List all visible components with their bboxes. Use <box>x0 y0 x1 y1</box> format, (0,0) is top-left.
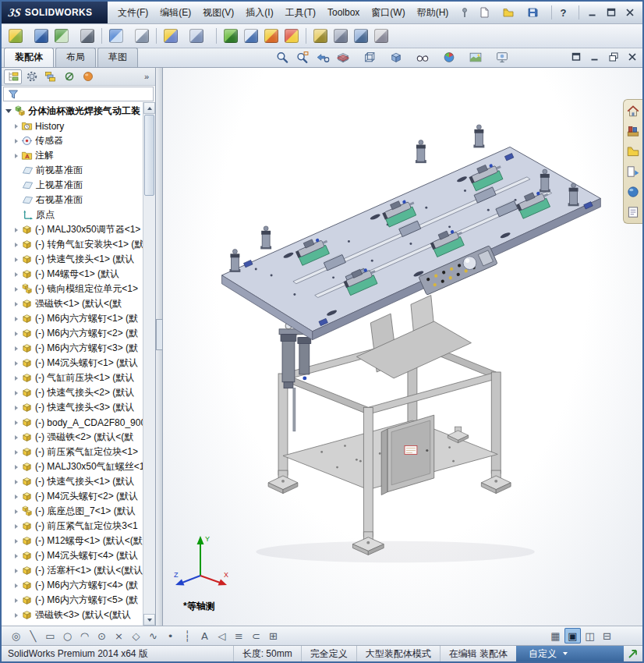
expand-icon[interactable] <box>15 361 18 366</box>
offset-entities-tool-button[interactable]: ≡ <box>231 628 247 644</box>
design-library-button[interactable] <box>625 123 641 139</box>
scroll-thumb[interactable] <box>144 115 154 196</box>
propertymanager-tab[interactable] <box>23 69 41 84</box>
text-tool-button[interactable]: A <box>196 628 213 644</box>
tree-item-3[interactable]: 前视基准面 <box>3 163 143 178</box>
tree-item-12[interactable]: 强磁铁<1> (默认<(默 <box>3 296 143 311</box>
panel-tab-overflow[interactable]: » <box>140 72 153 81</box>
tree-root[interactable]: 分体油杯激光焊接气动工装 <box>3 104 143 119</box>
expand-icon[interactable] <box>15 243 18 247</box>
close-button[interactable] <box>621 5 639 20</box>
document-close-button[interactable] <box>625 51 639 63</box>
menu-item-1[interactable]: 编辑(E) <box>154 3 196 23</box>
view-orientation-button[interactable] <box>362 50 384 65</box>
configurationmanager-tab[interactable] <box>41 69 59 84</box>
mass-properties-button[interactable] <box>331 26 350 46</box>
menu-item-5[interactable]: Toolbox <box>322 4 365 21</box>
expand-icon[interactable] <box>15 406 18 410</box>
menu-item-3[interactable]: 插入(I) <box>240 3 278 23</box>
tree-item-20[interactable]: (-) body_A_CDA2F80_900_ <box>3 415 143 430</box>
menu-item-6[interactable]: 窗口(W) <box>366 3 410 23</box>
exploded-view-button[interactable] <box>262 26 281 46</box>
tree-filter[interactable] <box>3 87 154 101</box>
expand-icon[interactable] <box>15 332 18 336</box>
tree-item-18[interactable]: (-) 快速气接头<2> (默认 <box>3 385 143 400</box>
tree-item-4[interactable]: 上视基准面 <box>3 178 143 193</box>
polygon-tool-button[interactable]: ◇ <box>128 628 144 644</box>
tree-item-28[interactable]: (-) M12螺母<1> (默认<(默 <box>3 534 143 548</box>
expand-icon[interactable] <box>15 420 18 425</box>
view-settings-button[interactable] <box>494 50 517 65</box>
trim-entities-tool-button[interactable]: × <box>111 628 127 644</box>
tree-item-0[interactable]: History <box>3 119 143 133</box>
linear-component-pattern-button[interactable] <box>52 26 76 46</box>
expand-icon[interactable] <box>5 109 12 113</box>
tree-item-11[interactable]: (-) 镜向模组定位单元<1> <box>3 282 143 296</box>
status-custom-tab[interactable]: 自定义 <box>516 646 624 661</box>
hide-show-items-button[interactable] <box>415 50 437 65</box>
reference-geometry-button[interactable] <box>187 26 211 46</box>
zoom-to-area-button[interactable] <box>295 50 311 65</box>
tree-item-5[interactable]: 右视基准面 <box>3 193 143 207</box>
section-properties-button[interactable] <box>352 26 370 46</box>
zoom-to-fit-button[interactable] <box>274 50 291 65</box>
expand-icon[interactable] <box>15 154 18 158</box>
featuremanager-tab[interactable] <box>4 69 22 84</box>
ellipse-tool-button[interactable]: ⊙ <box>94 628 110 644</box>
tree-item-14[interactable]: (-) M6内六方螺钉<2> (默 <box>3 326 143 341</box>
expand-icon[interactable] <box>15 509 18 514</box>
tree-item-32[interactable]: (-) M6内六方螺钉<5> (默 <box>3 593 143 608</box>
panel-splitter[interactable] <box>156 68 163 626</box>
expand-icon[interactable] <box>15 391 18 395</box>
insert-components-button[interactable] <box>6 26 30 46</box>
spline-tool-button[interactable]: ∿ <box>145 628 161 644</box>
tree-item-9[interactable]: (-) 快速气接头<1> (默认 <box>3 252 143 267</box>
save-document-button[interactable] <box>524 5 547 20</box>
tree-item-31[interactable]: (-) M6内六方螺钉<4> (默 <box>3 578 143 593</box>
document-minimize-button[interactable] <box>588 51 601 63</box>
expand-icon[interactable] <box>15 302 18 307</box>
tree-item-25[interactable]: (-) M4沉头螺钉<2> (默认 <box>3 489 143 504</box>
menu-item-4[interactable]: 工具(T) <box>280 3 321 23</box>
scroll-down-button[interactable] <box>143 614 155 626</box>
mate-button[interactable] <box>32 26 51 46</box>
solidworks-resources-button[interactable] <box>625 103 641 119</box>
maximize-button[interactable] <box>603 5 620 20</box>
minimize-button[interactable] <box>584 5 601 20</box>
expand-icon[interactable] <box>15 317 18 321</box>
sketch-pattern-tool-button[interactable]: ⊞ <box>265 628 281 644</box>
tree-item-27[interactable]: (-) 前压紧气缸定位块3<1 <box>3 519 143 534</box>
expand-icon[interactable] <box>15 495 18 499</box>
previous-view-button[interactable] <box>315 50 331 65</box>
expand-icon[interactable] <box>15 539 18 544</box>
menu-item-0[interactable]: 文件(F) <box>112 3 154 23</box>
rectangle-tool-button[interactable]: ▭ <box>42 628 58 644</box>
mirror-entities-tool-button[interactable]: ◁ <box>214 628 230 644</box>
expand-icon[interactable] <box>15 346 18 351</box>
expand-icon[interactable] <box>15 450 18 455</box>
status-quick-tip[interactable] <box>624 646 642 661</box>
menu-pin[interactable] <box>454 2 476 23</box>
tree-item-21[interactable]: (-) 强磁铁<2> (默认<(默 <box>3 430 143 445</box>
graphics-area[interactable]: Y X Z *等轴测 <box>163 68 642 626</box>
line-tool-button[interactable]: ╲ <box>25 628 41 644</box>
convert-entities-tool-button[interactable]: ⊂ <box>248 628 264 644</box>
tree-item-1[interactable]: 传感器 <box>3 133 143 148</box>
tree-item-23[interactable]: (-) MALJ30x50气缸螺丝<1 <box>3 459 143 474</box>
commandmanager-options-button[interactable] <box>569 51 582 63</box>
model-canvas[interactable] <box>163 68 642 626</box>
appearances-scenes-button[interactable] <box>625 184 641 200</box>
tree-item-22[interactable]: (-) 前压紧气缸定位块<1> <box>3 445 143 459</box>
single-viewport-button[interactable]: ▣ <box>564 628 581 644</box>
tree-item-8[interactable]: (-) 转角气缸安装块<1> (默认 <box>3 237 143 252</box>
arc-tool-button[interactable]: ◠ <box>76 628 93 644</box>
tab-2[interactable]: 草图 <box>97 48 138 67</box>
expand-icon[interactable] <box>15 480 18 484</box>
centerline-tool-button[interactable]: ┆ <box>179 628 196 644</box>
tree-item-6[interactable]: 原点 <box>3 207 143 222</box>
menu-item-2[interactable]: 视图(V) <box>197 3 239 23</box>
tree-item-17[interactable]: (-) 气缸前压块<1> (默认 <box>3 370 143 385</box>
feature-tree[interactable]: 分体油杯激光焊接气动工装History传感器A注解前视基准面上视基准面右视基准面… <box>2 102 155 626</box>
display-style-button[interactable] <box>388 50 411 65</box>
tree-item-26[interactable]: (-) 底座总图_7<1> (默认 <box>3 504 143 519</box>
